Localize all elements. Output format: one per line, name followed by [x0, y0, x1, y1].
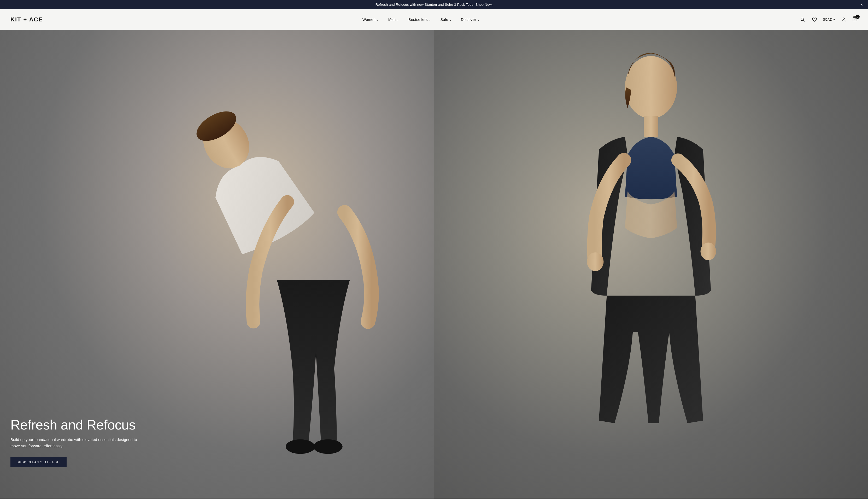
svg-point-7 — [286, 440, 315, 454]
svg-line-1 — [803, 20, 804, 22]
chevron-down-icon: ⌄ — [377, 18, 379, 21]
wishlist-button[interactable] — [811, 16, 818, 23]
nav-right: $CAD ▾ 0 — [799, 16, 858, 23]
header: KIT + ACE Women ⌄ Men ⌄ Bestsellers ⌄ Sa… — [0, 9, 868, 30]
account-button[interactable] — [840, 16, 847, 23]
nav-item-bestsellers[interactable]: Bestsellers ⌄ — [408, 18, 431, 22]
svg-point-0 — [801, 18, 803, 21]
logo[interactable]: KIT + ACE — [10, 16, 43, 23]
nav-item-sale[interactable]: Sale ⌄ — [441, 18, 452, 22]
woman-figure — [488, 30, 814, 499]
hero-content: Refresh and Refocus Build up your founda… — [10, 418, 146, 467]
hero-title: Refresh and Refocus — [10, 418, 146, 432]
hero-subtitle: Build up your foundational wardrobe with… — [10, 436, 146, 449]
announcement-text: Refresh and Refocus with new Stanton and… — [376, 3, 493, 7]
chevron-down-icon: ⌄ — [449, 18, 452, 21]
svg-point-9 — [625, 56, 677, 118]
main-nav: Women ⌄ Men ⌄ Bestsellers ⌄ Sale ⌄ Disco… — [363, 18, 479, 22]
announcement-close-button[interactable]: × — [860, 3, 863, 7]
svg-point-8 — [313, 440, 343, 454]
chevron-down-icon: ⌄ — [477, 18, 480, 21]
chevron-down-icon: ⌄ — [397, 18, 399, 21]
chevron-down-icon: ⌄ — [429, 18, 431, 21]
svg-point-12 — [700, 242, 716, 260]
currency-selector[interactable]: $CAD ▾ — [823, 18, 835, 21]
hero-right-panel — [434, 30, 868, 499]
cart-button[interactable]: 0 — [852, 16, 858, 23]
search-icon — [800, 17, 805, 22]
nav-item-women[interactable]: Women ⌄ — [363, 18, 379, 22]
man-figure — [156, 30, 434, 499]
svg-rect-10 — [644, 116, 658, 137]
nav-item-men[interactable]: Men ⌄ — [388, 18, 399, 22]
hero-left-panel: Refresh and Refocus Build up your founda… — [0, 30, 434, 499]
announcement-bar: Refresh and Refocus with new Stanton and… — [0, 0, 868, 9]
search-button[interactable] — [799, 16, 806, 23]
svg-point-11 — [587, 252, 604, 271]
cart-count: 0 — [855, 15, 860, 19]
hero-cta-button[interactable]: SHOP CLEAN SLATE EDIT — [10, 457, 67, 467]
svg-point-2 — [843, 18, 845, 19]
currency-chevron-icon: ▾ — [833, 18, 835, 21]
user-icon — [841, 17, 846, 22]
hero-section: Refresh and Refocus Build up your founda… — [0, 30, 868, 499]
nav-item-discover[interactable]: Discover ⌄ — [461, 18, 479, 22]
heart-icon — [812, 17, 817, 22]
